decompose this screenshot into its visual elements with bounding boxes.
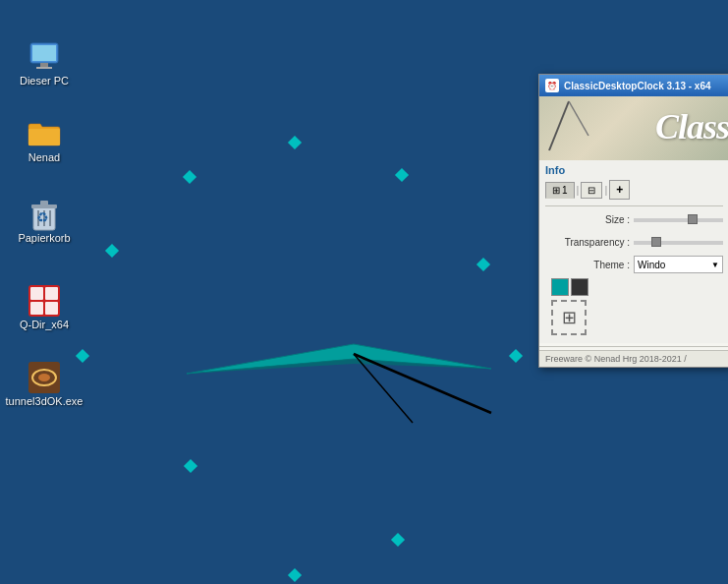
svg-rect-3 [36,67,52,69]
placeholder-icon: ⊞ [562,307,577,328]
icon-dieser-pc[interactable]: Dieser PC [10,39,79,87]
clock-visualization [157,285,511,462]
svg-rect-7 [40,201,48,205]
icon-q-dir-label: Q-Dir_x64 [20,319,69,330]
size-slider[interactable] [634,218,723,222]
size-row: Size : [545,209,723,229]
svg-line-25 [569,101,588,136]
info-label: Info [545,164,723,176]
svg-rect-13 [30,287,43,300]
app-window: ⏰ ClassicDesktopClock 3.13 - x64 Class I… [538,74,728,368]
size-label: Size : [545,214,634,225]
svg-point-19 [38,374,50,381]
svg-text:♻: ♻ [36,209,49,225]
icon-q-dir[interactable]: Q-Dir_x64 [10,283,79,330]
folder-icon [27,116,62,151]
tab-plus[interactable]: + [609,180,630,200]
icon-papierkorb-label: Papierkorb [18,232,70,244]
icon-tunnel3d-label: tunnel3dOK.exe [6,395,84,407]
tunnel3d-icon [27,360,62,395]
transparency-slider[interactable] [634,241,723,245]
tab-1[interactable]: ⊞ 1 [545,182,575,199]
svg-rect-14 [45,287,58,300]
size-slider-thumb [688,214,698,224]
q-dir-icon [27,283,62,319]
icon-nenad[interactable]: Nenad [10,116,79,163]
transparency-row: Transparency : [545,232,723,252]
tab-1-label: 1 [562,185,568,196]
color-swatches [551,278,717,296]
svg-rect-4 [28,129,60,146]
svg-rect-16 [45,302,58,315]
divider-2 [539,346,728,347]
icon-dieser-pc-label: Dieser PC [20,75,69,87]
window-title: ClassicDesktopClock 3.13 - x64 [564,81,711,91]
swatch-black[interactable] [571,278,588,296]
transparency-slider-thumb [651,237,661,247]
footer-text: Freeware © Nenad Hrg 2018-2021 / [545,354,687,364]
theme-label: Theme : [545,260,634,270]
tab-row: ⊞ 1 | ⊟ | + [545,180,723,200]
divider-1 [545,205,723,206]
theme-row: Theme : Windo ▼ [545,255,723,274]
recycle-bin-icon: ♻ [28,197,61,232]
tab-2-icon: ⊟ [588,185,595,196]
banner-clock-lines [539,96,598,160]
svg-rect-2 [40,63,48,67]
svg-rect-1 [32,45,56,61]
banner-text: Class [655,106,728,147]
svg-marker-20 [187,344,491,374]
tab-1-icon: ⊞ [552,185,560,196]
tab-plus-icon: + [616,183,623,197]
title-icon: ⏰ [545,79,559,92]
tab-separator-2: | [604,184,607,196]
banner: Class [539,96,728,160]
swatch-teal[interactable] [551,278,569,296]
tab-2[interactable]: ⊟ [581,182,602,199]
svg-line-24 [549,101,569,150]
theme-value: Windo [638,260,665,270]
dashed-placeholder[interactable]: ⊞ [551,300,587,335]
icon-tunnel3d[interactable]: tunnel3dOK.exe [10,360,79,407]
icon-nenad-label: Nenad [28,151,60,163]
svg-rect-15 [30,302,43,315]
tab-separator: | [577,184,580,196]
icon-papierkorb[interactable]: ♻ Papierkorb [10,197,79,244]
info-section: Info ⊞ 1 | ⊟ | + Size : [539,160,728,343]
transparency-label: Transparency : [545,237,634,248]
computer-icon [27,39,62,75]
theme-dropdown[interactable]: Windo ▼ [634,256,723,273]
dropdown-arrow: ▼ [711,261,719,269]
footer: Freeware © Nenad Hrg 2018-2021 / [539,350,728,367]
titlebar[interactable]: ⏰ ClassicDesktopClock 3.13 - x64 [539,75,728,96]
